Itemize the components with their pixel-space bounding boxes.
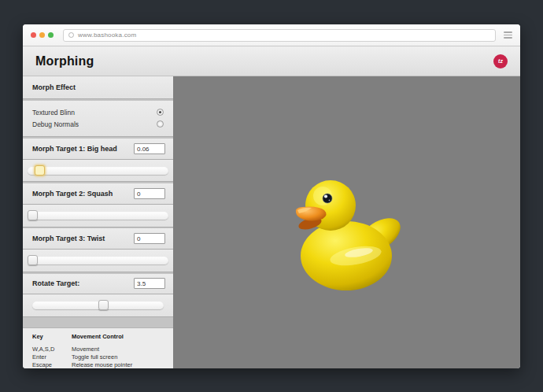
rotate-target-slider-row [23, 294, 173, 317]
browser-window: www.bashooka.com Morphing tz Morph Effec… [23, 24, 520, 368]
menu-icon[interactable] [504, 31, 512, 39]
morph-target-1-slider-row [23, 160, 173, 183]
morph-target-3-row: Morph Target 3: Twist [23, 228, 173, 250]
morph-target-3-input[interactable] [134, 233, 165, 244]
rotate-target-input[interactable] [134, 278, 165, 289]
morph-target-3-label: Morph Target 3: Twist [32, 235, 105, 242]
keyboard-help-panel: Key Movement Control W,A,S,D Movement En… [23, 327, 173, 368]
slider-thumb[interactable] [35, 165, 45, 176]
maximize-window-icon[interactable] [48, 32, 54, 38]
key-name: Enter [32, 353, 72, 361]
logo-badge[interactable]: tz [493, 54, 508, 68]
sidebar-spacer [23, 317, 173, 327]
radio-label: Textured Blinn [32, 109, 75, 116]
window-controls [31, 32, 54, 38]
slider-thumb[interactable] [28, 210, 38, 220]
radio-button-textured-blinn[interactable] [157, 109, 164, 116]
minimize-window-icon[interactable] [39, 32, 45, 38]
radio-button-debug-normals[interactable] [157, 120, 164, 128]
radio-row-textured-blinn[interactable]: Textured Blinn [32, 106, 164, 118]
rubber-duck-model [283, 169, 409, 295]
morph-target-1-slider[interactable] [28, 167, 168, 175]
action-col-header: Movement Control [72, 333, 164, 345]
url-text: www.bashooka.com [78, 31, 136, 39]
morph-target-3-slider[interactable] [28, 257, 168, 264]
slider-thumb[interactable] [28, 255, 38, 265]
url-bar[interactable]: www.bashooka.com [63, 29, 496, 42]
page-header: Morphing tz [23, 46, 520, 76]
shader-radio-group: Textured Blinn Debug Normals [23, 101, 173, 137]
morph-target-2-slider-row [23, 205, 173, 227]
browser-chrome: www.bashooka.com [23, 24, 520, 46]
morph-target-1-input[interactable] [134, 143, 165, 154]
morph-target-1-label: Morph Target 1: Big head [32, 145, 117, 153]
radio-row-debug-normals[interactable]: Debug Normals [32, 118, 164, 130]
key-action: Toggle full screen [72, 353, 164, 361]
key-action: Release mouse pointer [72, 361, 164, 368]
morph-target-1-row: Morph Target 1: Big head [23, 139, 173, 160]
webgl-viewport[interactable] [173, 76, 520, 368]
morph-target-2-input[interactable] [134, 188, 165, 199]
morph-target-2-slider[interactable] [28, 212, 168, 220]
control-sidebar: Morph Effect Textured Blinn Debug Normal… [23, 76, 173, 368]
rotate-target-label: Rotate Target: [32, 279, 79, 287]
key-col-header: Key [32, 333, 72, 345]
close-window-icon[interactable] [31, 32, 36, 38]
morph-target-2-label: Morph Target 2: Squash [32, 190, 113, 198]
site-icon [68, 32, 74, 38]
content: Morph Effect Textured Blinn Debug Normal… [23, 76, 520, 368]
morph-target-2-row: Morph Target 2: Squash [23, 183, 173, 205]
key-name: W,A,S,D [32, 346, 72, 353]
page-title: Morphing [35, 54, 94, 68]
key-action: Movement [72, 346, 164, 353]
key-name: Escape [32, 361, 72, 368]
radio-label: Debug Normals [32, 120, 79, 128]
rotate-target-row: Rotate Target: [23, 274, 173, 295]
rotate-target-slider[interactable] [32, 301, 164, 309]
morph-target-3-slider-row [23, 250, 173, 272]
section-title: Morph Effect [23, 76, 173, 99]
slider-thumb[interactable] [98, 300, 109, 310]
